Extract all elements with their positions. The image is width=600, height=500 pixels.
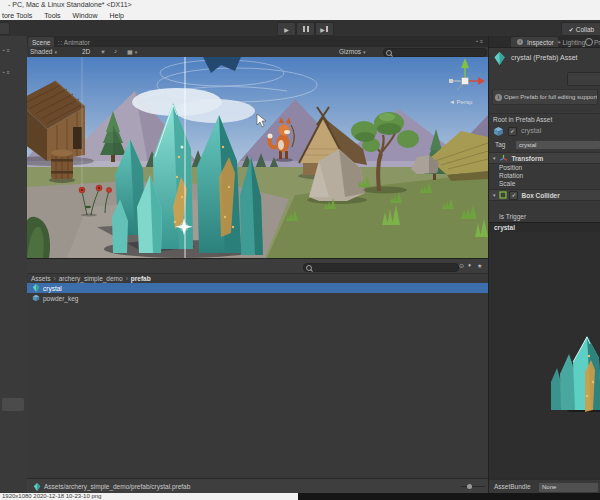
tag-label: Tag	[495, 141, 505, 148]
project-search-input[interactable]	[303, 263, 459, 272]
foldout-icon: ▼	[492, 193, 496, 198]
root-section-header: Root in Prefab Asset	[489, 113, 600, 124]
list-item-crystal[interactable]: crystal	[27, 283, 488, 293]
open-prefab-button[interactable]: Open Prefab	[567, 72, 600, 86]
2d-toggle[interactable]: 2D	[82, 48, 90, 55]
tag-row: Tag crystal	[489, 140, 600, 150]
step-icon: ▶	[320, 26, 325, 33]
menu-help[interactable]: Help	[103, 12, 129, 19]
breadcrumb: Assets › archery_simple_demo › prefab	[27, 273, 488, 283]
list-item-label: powder_keg	[43, 295, 78, 302]
gameobject-name[interactable]: crystal	[521, 127, 541, 134]
prefab-cube-icon	[493, 126, 504, 137]
search-icon	[306, 265, 312, 271]
transform-row-position[interactable]: Position	[499, 164, 522, 171]
scene-panel-lock-menu-icons[interactable]: ▪≡	[476, 38, 485, 44]
scene-search-input[interactable]	[383, 48, 487, 57]
gizmo-x-axis[interactable]	[478, 77, 485, 85]
prefab-asset-icon	[493, 52, 506, 65]
inspector-tab-icon: i	[517, 39, 523, 45]
collab-label: Collab	[576, 26, 594, 33]
list-item-powder-keg[interactable]: powder_keg	[27, 293, 488, 303]
scene-orientation-gizmo[interactable]: ◄ Persp	[445, 57, 486, 107]
prefab-help-box: i Open Prefab for full editing support.	[492, 89, 598, 105]
active-checkbox[interactable]: ✓	[508, 127, 517, 136]
sun-icon: ☀	[557, 39, 561, 45]
pause-button[interactable]	[296, 22, 315, 36]
tab-project-label: Projec	[594, 39, 600, 46]
filter-by-type-icon[interactable]: ⊙	[459, 262, 464, 269]
shading-mode-dropdown[interactable]: Shaded ▾	[30, 48, 57, 55]
tab-animator[interactable]: ∷ Animator	[54, 37, 94, 47]
inspector-panel: i Inspector ☀ Lighting Projec crystal (P…	[488, 36, 600, 493]
help-text: Open Prefab for full editing support.	[504, 94, 598, 100]
menu-tools[interactable]: Tools	[38, 12, 66, 19]
is-trigger-label[interactable]: Is Trigger	[499, 213, 526, 220]
panel-lock-menu-icons[interactable]: ▪≡	[3, 38, 12, 56]
transform-row-scale[interactable]: Scale	[499, 180, 515, 187]
tab-animator-label: Animator	[64, 39, 90, 46]
light-pillar-faint	[82, 57, 83, 187]
breadcrumb-prefab[interactable]: prefab	[131, 275, 151, 282]
gizmo-y-axis[interactable]	[461, 58, 469, 68]
slider-knob[interactable]	[467, 484, 472, 489]
tab-project-settings[interactable]: Projec	[583, 37, 600, 47]
play-button[interactable]: ▶	[277, 22, 296, 36]
collab-button[interactable]: ✔ Collab	[561, 22, 600, 36]
thumbnail-size-slider[interactable]	[461, 486, 485, 487]
tag-dropdown[interactable]: crystal	[515, 140, 600, 150]
project-toolbar: ⊙ ♦ ★	[27, 259, 488, 274]
list-item-label: crystal	[43, 285, 62, 292]
assetbundle-row: AssetBundle None	[489, 479, 600, 493]
info-icon: i	[495, 94, 502, 101]
scene-panel: Scene ∷ Animator ▪≡ Shaded ▾ 2D ☀ ♪ ▦ ▾	[27, 36, 488, 258]
filter-by-label-icon[interactable]: ♦	[468, 262, 471, 268]
scrollbar-thumb[interactable]	[2, 398, 24, 411]
menu-store-tools[interactable]: tore Tools	[0, 12, 38, 19]
box-collider-header[interactable]: ▼ ✓ Box Collider	[489, 189, 600, 201]
favorites-icon[interactable]: ★	[477, 262, 482, 269]
box-collider-title: Box Collider	[521, 192, 559, 199]
left-collapsed-panel: ▪≡ ▪≡	[0, 36, 28, 492]
transform-row-rotation[interactable]: Rotation	[499, 172, 523, 179]
inspector-header: crystal (Prefab) Asset	[489, 48, 600, 70]
powder-keg-barrel[interactable]	[49, 150, 75, 184]
gameobject-row: ✓ crystal	[489, 125, 600, 139]
step-button[interactable]: ▶	[315, 22, 334, 36]
scene-lighting-toggle-icon[interactable]: ☀	[100, 48, 105, 55]
scene-viewport[interactable]: ◄ Persp	[27, 57, 488, 258]
persp-label[interactable]: ◄ Persp	[449, 99, 473, 105]
chevron-down-icon: ▾	[135, 49, 138, 55]
background-caption-strip: 1920x1080 2020-12-18 10-23-10 png	[0, 493, 298, 500]
assetbundle-dropdown[interactable]: None	[538, 482, 599, 493]
tab-inspector-label: Inspector	[527, 39, 554, 46]
gizmo-center-cube[interactable]	[462, 78, 469, 85]
collab-check-icon: ✔	[569, 26, 574, 33]
selected-asset-path: Assets/archery_simple_demo/prefab/crysta…	[44, 483, 190, 490]
transform-header[interactable]: ▼ Transform	[489, 152, 600, 164]
animator-icon: ∷	[58, 39, 62, 46]
project-browser-panel: ⊙ ♦ ★ Assets › archery_simple_demo › pre…	[27, 258, 488, 493]
breadcrumb-folder[interactable]: archery_simple_demo	[59, 275, 123, 282]
preview-crystal-render	[549, 332, 600, 412]
effects-icon: ▦	[127, 48, 133, 55]
panel-menu-icon: ≡	[480, 38, 485, 44]
tab-scene[interactable]: Scene	[28, 37, 54, 47]
search-icon	[386, 50, 392, 56]
breadcrumb-assets[interactable]: Assets	[31, 275, 51, 282]
scene-effects-dropdown[interactable]: ▦ ▾	[127, 48, 137, 55]
shading-mode-label: Shaded	[30, 48, 52, 55]
asset-preview-area[interactable]	[489, 232, 600, 479]
tab-inspector[interactable]: i Inspector	[511, 37, 558, 47]
foldout-icon: ▼	[492, 156, 496, 161]
asset-title: crystal (Prefab) Asset	[511, 54, 578, 61]
transform-tool-button-partial[interactable]	[0, 22, 10, 35]
component-enabled-checkbox[interactable]: ✓	[509, 191, 518, 200]
scene-audio-toggle-icon[interactable]: ♪	[114, 48, 117, 54]
transform-title: Transform	[511, 155, 543, 162]
panel-lock-menu-icons-2[interactable]: ▪≡	[3, 60, 12, 78]
gizmos-dropdown[interactable]: Gizmos ▾	[339, 48, 366, 55]
menu-window[interactable]: Window	[67, 12, 104, 19]
crystal-prefab-icon	[32, 284, 40, 292]
2d-toggle-label: 2D	[82, 48, 90, 55]
